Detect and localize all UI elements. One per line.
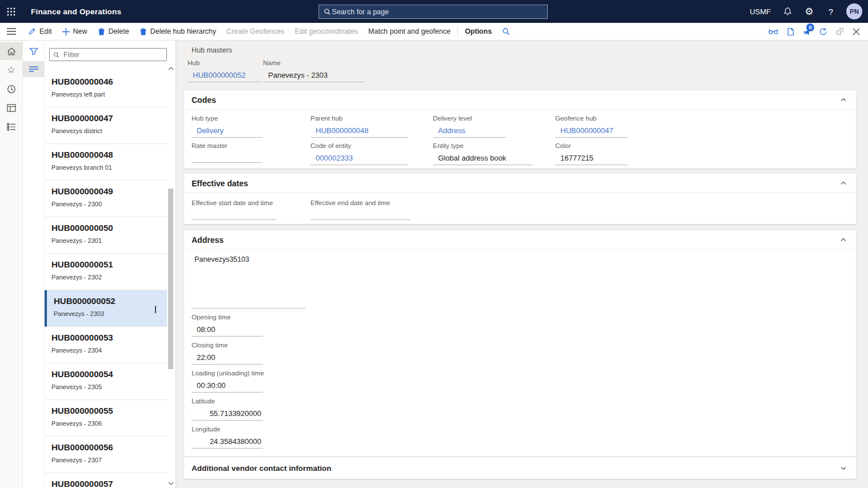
refresh-icon[interactable]: [815, 23, 831, 41]
action-pane: Edit New Delete Delete hub hierarchy Cre…: [0, 23, 868, 41]
task-list-icon: [7, 123, 16, 131]
list-item[interactable]: HUB000000047 Panevezys district: [45, 107, 167, 144]
hub-name: Panevezys district: [51, 127, 167, 134]
options-button[interactable]: Options: [460, 23, 497, 41]
opening-time-field[interactable]: 08:00: [192, 325, 263, 337]
hub-name: Panevezys - 2300: [51, 201, 167, 207]
app-launcher-icon[interactable]: [0, 0, 22, 23]
closing-time-field[interactable]: 22:00: [192, 353, 263, 365]
list-filter-box[interactable]: [49, 48, 167, 61]
plus-icon: [62, 28, 70, 35]
close-icon[interactable]: [848, 23, 865, 41]
list-item[interactable]: HUB000000057: [45, 473, 167, 488]
hub-name: Panevezys - 2304: [51, 347, 167, 354]
delivery-level-field[interactable]: Address: [433, 126, 506, 138]
global-search-input[interactable]: [331, 7, 543, 17]
delete-button[interactable]: Delete: [93, 23, 134, 41]
parent-hub-field[interactable]: HUB000000048: [310, 126, 408, 138]
code-of-entity-field-group: Code of entity 000002333: [310, 142, 408, 165]
create-geofences-button[interactable]: Create Geofences: [221, 23, 289, 41]
scrollbar-down-arrow[interactable]: [168, 481, 174, 486]
effective-start-field-group: Effective start date and time: [192, 199, 276, 220]
sidebar-item-recent[interactable]: [0, 80, 22, 98]
effective-dates-header[interactable]: Effective dates: [184, 174, 856, 193]
list-item[interactable]: HUB000000051 Panevezys - 2302: [45, 254, 167, 290]
rate-master-field[interactable]: [192, 153, 262, 163]
hub-type-field[interactable]: Delivery: [192, 126, 262, 138]
account-avatar[interactable]: PN: [842, 0, 867, 23]
help-icon[interactable]: ?: [820, 0, 842, 23]
page-title: Hub masters: [192, 46, 232, 54]
settings-gear-icon[interactable]: ⚙: [798, 0, 820, 23]
effective-dates-section: Effective dates Effective start date and…: [184, 174, 856, 224]
list-item[interactable]: HUB000000056 Panevezys - 2307: [45, 437, 167, 473]
notifications-bell-icon[interactable]: [777, 0, 798, 23]
geofence-hub-field[interactable]: HUB000000047: [555, 126, 628, 138]
edit-geocoordinates-button[interactable]: Edit geocoordinates: [290, 23, 364, 41]
loading-time-field[interactable]: 00:30:00: [192, 381, 263, 393]
list-item[interactable]: HUB000000055 Panevezys - 2306: [45, 400, 167, 437]
list-item[interactable]: HUB000000046 Panevezys left part: [45, 71, 167, 107]
chevron-up-icon[interactable]: [840, 180, 847, 187]
codes-section-header[interactable]: Codes: [184, 90, 856, 110]
latitude-field[interactable]: 55.7133920000: [192, 409, 263, 421]
delete-hub-hierarchy-button[interactable]: Delete hub hierarchy: [134, 23, 221, 41]
edit-button[interactable]: Edit: [23, 23, 57, 41]
list-item[interactable]: HUB000000049 Panevezys - 2300: [45, 181, 167, 217]
color-field[interactable]: 16777215: [555, 153, 628, 165]
section-title: Codes: [192, 95, 216, 105]
nav-menu-icon[interactable]: [0, 28, 23, 35]
scrollbar-up-arrow[interactable]: [168, 66, 174, 71]
list-tools-column: [23, 41, 45, 488]
filter-funnel-icon[interactable]: [23, 42, 44, 61]
address-textarea[interactable]: Panevezys35103: [192, 255, 849, 308]
companion-app-icon[interactable]: [782, 23, 798, 41]
show-list-toggle[interactable]: [23, 61, 44, 77]
address-section-header[interactable]: Address: [184, 230, 856, 250]
hub-name: Panevezys branch 01: [51, 164, 167, 171]
new-button[interactable]: New: [57, 23, 93, 41]
trash-icon: [140, 27, 147, 35]
sidebar-item-home[interactable]: [0, 42, 22, 60]
open-in-new-window-icon[interactable]: [831, 23, 848, 41]
chevron-up-icon[interactable]: [840, 237, 847, 243]
entity-type-field-group: Entity type Global address book: [433, 142, 532, 165]
field-label: Name: [263, 59, 365, 68]
longitude-field[interactable]: 24.3584380000: [192, 437, 263, 449]
code-of-entity-field[interactable]: 000002333: [310, 153, 408, 165]
hub-header-field: Hub HUB000000052: [188, 59, 261, 82]
additional-vendor-contact-header[interactable]: Additional vendor contact information: [184, 457, 856, 479]
company-selector[interactable]: USMF: [744, 0, 777, 23]
chevron-down-icon[interactable]: [840, 465, 847, 471]
message-center-icon[interactable]: 0: [798, 23, 815, 41]
list-item[interactable]: HUB000000048 Panevezys branch 01: [45, 144, 167, 181]
sidebar-item-workspaces[interactable]: [0, 99, 22, 117]
effective-start-field[interactable]: [192, 210, 276, 220]
list-item[interactable]: HUB000000050 Panevezys - 2301: [45, 217, 167, 254]
codes-fields: Hub type Delivery Parent hub HUB00000004…: [184, 110, 856, 165]
chevron-up-icon[interactable]: [840, 97, 847, 103]
list-item[interactable]: HUB000000054 Panevezys - 2305: [45, 363, 167, 400]
hub-id: HUB000000048: [51, 150, 167, 159]
entity-type-field[interactable]: Global address book: [433, 153, 532, 165]
global-search[interactable]: [318, 5, 548, 19]
address-section: Address Panevezys35103 Opening time 08:0…: [184, 230, 856, 457]
hub-value-link[interactable]: HUB000000052: [188, 70, 261, 82]
field-label: Hub: [188, 59, 261, 68]
list-filter-input[interactable]: [62, 50, 163, 59]
sidebar-item-favorites[interactable]: ☆: [0, 61, 22, 79]
effective-end-field[interactable]: [310, 210, 411, 220]
insights-glasses-icon[interactable]: [765, 23, 782, 41]
name-value-field[interactable]: Panevezys - 2303: [263, 70, 365, 82]
match-point-and-geofence-button[interactable]: Match point and geofence: [363, 23, 456, 41]
hub-id: HUB000000057: [51, 479, 167, 488]
sidebar-item-modules[interactable]: [0, 118, 22, 135]
list-item-selected[interactable]: HUB000000052 Panevezys - 2303: [45, 290, 167, 327]
hub-id: HUB000000050: [51, 223, 167, 233]
toolbar-search-icon[interactable]: [497, 23, 515, 41]
clock-icon: [7, 85, 16, 94]
list-scrollbar-thumb[interactable]: [168, 189, 173, 369]
rate-master-field-group: Rate master: [192, 142, 262, 165]
list-item[interactable]: HUB000000053 Panevezys - 2304: [45, 327, 167, 363]
hub-id: HUB000000049: [51, 186, 167, 196]
